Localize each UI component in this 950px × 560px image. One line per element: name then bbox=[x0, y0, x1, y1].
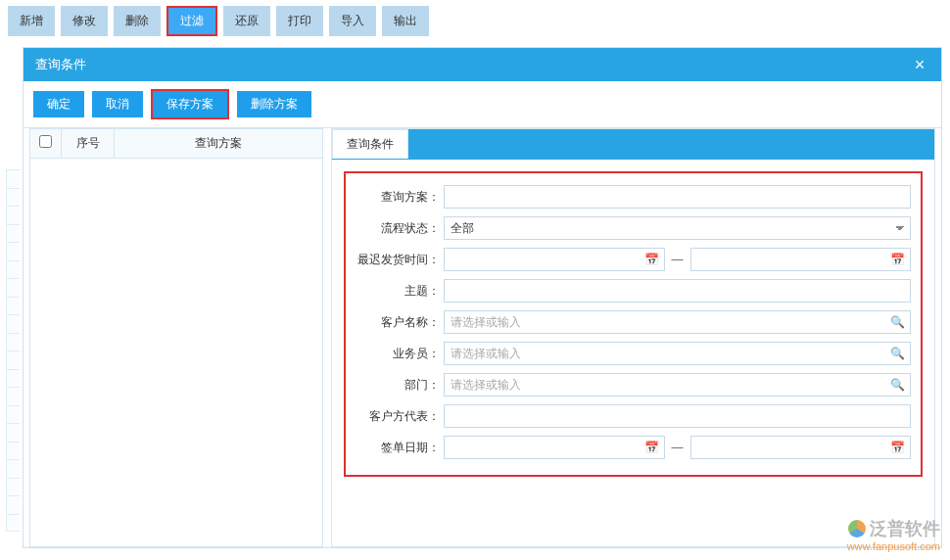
delete-button[interactable]: 删除 bbox=[114, 6, 161, 36]
grid-body bbox=[30, 159, 322, 546]
sign-date-from-input[interactable] bbox=[444, 436, 665, 459]
print-button[interactable]: 打印 bbox=[276, 6, 323, 36]
col-checkbox bbox=[30, 129, 62, 158]
ok-button[interactable]: 确定 bbox=[33, 91, 84, 117]
form-highlight: 查询方案： 流程状态： 全部 最迟发货时间： bbox=[344, 171, 923, 477]
dialog-toolbar: 确定 取消 保存方案 删除方案 bbox=[24, 81, 941, 127]
label-sign-date: 签单日期： bbox=[356, 440, 444, 456]
label-flow-status: 流程状态： bbox=[356, 220, 444, 237]
edit-button[interactable]: 修改 bbox=[61, 6, 108, 36]
form-panel: 查询条件 查询方案： 流程状态： 全部 bbox=[331, 128, 935, 547]
grid-header: 序号 查询方案 bbox=[30, 129, 322, 159]
filter-highlight: 过滤 bbox=[166, 6, 217, 36]
tab-query-conditions[interactable]: 查询条件 bbox=[332, 129, 408, 159]
dialog-header: 查询条件 × bbox=[24, 48, 941, 81]
customer-input[interactable] bbox=[444, 310, 911, 334]
top-toolbar: 新增 修改 删除 过滤 还原 打印 导入 输出 bbox=[0, 0, 950, 42]
sign-date-to-input[interactable] bbox=[690, 436, 912, 459]
label-latest-ship: 最迟发货时间： bbox=[356, 252, 444, 268]
new-button[interactable]: 新增 bbox=[8, 6, 55, 36]
filter-button[interactable]: 过滤 bbox=[168, 8, 215, 34]
import-button[interactable]: 导入 bbox=[329, 6, 376, 36]
export-button[interactable]: 输出 bbox=[382, 6, 429, 36]
query-plan-input[interactable] bbox=[444, 185, 911, 209]
label-cust-rep: 客户方代表： bbox=[356, 408, 444, 425]
cust-rep-input[interactable] bbox=[444, 404, 911, 428]
close-icon[interactable]: × bbox=[910, 56, 929, 73]
label-subject: 主题： bbox=[356, 283, 444, 300]
flow-status-select[interactable]: 全部 bbox=[444, 216, 911, 240]
background-row-stubs bbox=[6, 169, 20, 532]
query-dialog: 查询条件 × 确定 取消 保存方案 删除方案 序号 查询方案 查询条件 bbox=[23, 47, 942, 548]
delete-plan-button[interactable]: 删除方案 bbox=[237, 91, 311, 117]
range-dash: — bbox=[669, 441, 687, 454]
latest-ship-to-input[interactable] bbox=[690, 248, 912, 271]
saveplan-highlight: 保存方案 bbox=[151, 89, 229, 119]
restore-button[interactable]: 还原 bbox=[223, 6, 270, 36]
plan-grid: 序号 查询方案 bbox=[29, 128, 323, 547]
latest-ship-from-input[interactable] bbox=[444, 248, 665, 271]
save-plan-button[interactable]: 保存方案 bbox=[153, 91, 227, 117]
label-query-plan: 查询方案： bbox=[356, 189, 444, 206]
label-salesman: 业务员： bbox=[356, 346, 444, 362]
tab-row-fill bbox=[408, 129, 934, 159]
dialog-body: 序号 查询方案 查询条件 查询方案： 流程状态： bbox=[24, 127, 941, 547]
tab-row: 查询条件 bbox=[332, 129, 934, 160]
dialog-title: 查询条件 bbox=[35, 56, 86, 73]
select-all-checkbox[interactable] bbox=[39, 135, 52, 148]
cancel-button[interactable]: 取消 bbox=[92, 91, 143, 117]
col-seq: 序号 bbox=[62, 129, 115, 158]
salesman-input[interactable] bbox=[444, 342, 911, 365]
range-dash: — bbox=[669, 253, 687, 266]
label-department: 部门： bbox=[356, 377, 444, 394]
department-input[interactable] bbox=[444, 373, 911, 397]
label-customer: 客户名称： bbox=[356, 314, 444, 331]
subject-input[interactable] bbox=[444, 279, 911, 303]
col-plan: 查询方案 bbox=[115, 129, 322, 158]
